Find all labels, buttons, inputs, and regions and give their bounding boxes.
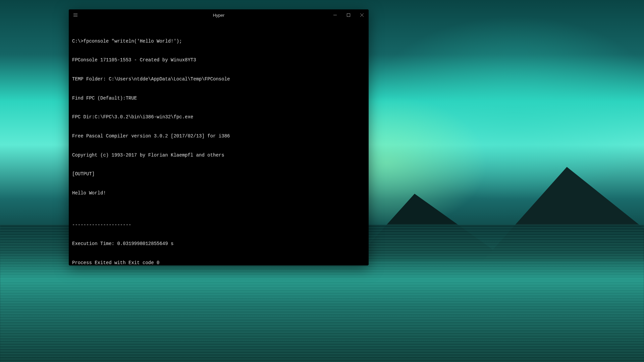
terminal-line: Free Pascal Compiler version 3.0.2 [2017… [72, 133, 365, 139]
window-controls [328, 9, 369, 21]
terminal-line: Hello World! [72, 190, 365, 196]
terminal-line: Copyright (c) 1993-2017 by Florian Klaem… [72, 152, 365, 159]
titlebar[interactable]: Hyper [69, 9, 369, 21]
window-title: Hyper [213, 13, 225, 18]
close-button[interactable] [355, 9, 369, 21]
terminal-window[interactable]: Hyper C:\>fpconsole "writeln('Hello Worl… [69, 9, 369, 265]
hamburger-menu-icon[interactable] [69, 13, 82, 17]
terminal-line: [OUTPUT] [72, 171, 365, 177]
terminal-line: Execution Time: 0.0319998012855649 s [72, 241, 365, 247]
minimize-button[interactable] [328, 9, 342, 21]
terminal-line: FPConsole 171105-1553 - Created by Winux… [72, 57, 365, 63]
terminal-line: Find FPC (Default):TRUE [72, 95, 365, 102]
terminal-body[interactable]: C:\>fpconsole "writeln('Hello World!'); … [69, 21, 369, 265]
terminal-line: --------------------- [72, 222, 365, 228]
maximize-button[interactable] [342, 9, 355, 21]
terminal-line: TEMP Folder: C:\Users\ntdde\AppData\Loca… [72, 76, 365, 82]
terminal-line: Process Exited with Exit code 0 [72, 260, 365, 265]
svg-rect-4 [347, 14, 350, 17]
terminal-line: C:\>fpconsole "writeln('Hello World!'); [72, 38, 365, 45]
terminal-line: FPC Dir:C:\FPC\3.0.2\bin\i386-win32\fpc.… [72, 114, 365, 120]
